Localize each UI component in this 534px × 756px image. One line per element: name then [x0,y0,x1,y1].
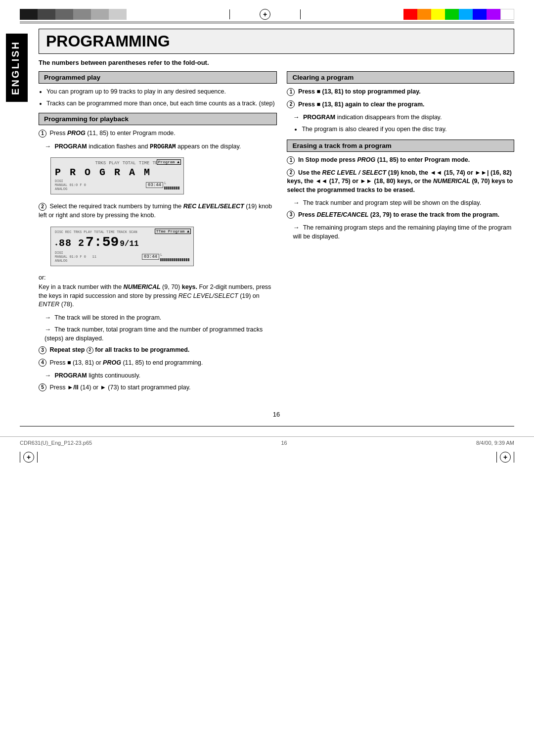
step-2: 2 Select the required track numbers by t… [39,202,277,220]
right-step-1-circle: 1 [287,88,295,96]
sub-section-programming: Programming for playback [39,113,277,125]
erase-step-1-text: In Stop mode press PROG (11, 85) to ente… [298,156,470,163]
color-block [91,9,109,20]
reg-line-left2 [496,452,497,463]
top-rule-1 [20,22,514,22]
erase-step-2-text: Use the REC LEVEL / SELECT (19) knob, th… [287,169,513,193]
top-bars-left [20,9,127,20]
erase-step-2: 2 Use the REC LEVEL / SELECT (19) knob, … [287,169,514,195]
reg-line-left [20,452,20,463]
display-screen-2: TTme Program ▲ DISCRECTRKSPLAYTOTALTIMET… [50,227,194,266]
step-5-circle: 5 [39,383,46,391]
step-4-text: Press ■ (13, 81) or PROG (11, 85) to end… [49,359,203,366]
key-in-step: Key in a track number with the NUMERICAL… [39,283,277,309]
top-bar-container: + [0,9,534,20]
right-step-1-text: Press ■ (13, 81) to stop programmed play… [298,88,421,95]
step-5: 5 Press ►/II (14) or ► (73) to start pro… [39,383,277,392]
arrow-track-display: → The track number, total program time a… [44,325,277,343]
bottom-rule [20,426,514,426]
page-wrapper: ENGLISH PROGRAMMING The numbers between … [0,24,534,423]
step-3-circle: 3 [39,346,46,354]
color-block-cyan [459,9,473,20]
erase-step-1: 1 In Stop mode press PROG (11, 85) to en… [287,156,514,165]
top-center-crosshair: + [127,9,403,20]
left-column: Programmed play You can program up to 99… [39,71,277,396]
key-in-text: Key in a track number with the NUMERICAL… [39,284,271,308]
step-1: 1 Press PROG (11, 85) to enter Program m… [39,129,277,138]
page-title-bar: PROGRAMMING [39,29,514,54]
section-programmed-play: Programmed play [39,71,277,84]
bullet-1: You can program up to 99 tracks to play … [46,88,277,96]
erase-step-3: 3 Press DELETE/CANCEL (23, 79) to erase … [287,211,514,220]
color-block [55,9,73,20]
right-step-2-text: Press ■ (13, 81) again to clear the prog… [298,101,425,108]
erase-step-3-text: Press DELETE/CANCEL (23, 79) to erase th… [298,211,499,218]
erase-step-2-arrow: → The track number and program step will… [293,198,514,208]
right-step-1: 1 Press ■ (13, 81) to stop programmed pl… [287,88,514,96]
clearing-bullet-1: The program is also cleared if you open … [302,125,514,134]
crosshair-icon: + [260,9,270,20]
clearing-bullets: The program is also cleared if you open … [302,125,514,134]
right-column: Clearing a program 1 Press ■ (13, 81) to… [287,71,514,396]
step-1-text: Press PROG (11, 85) to enter Program mod… [49,130,175,137]
bottom-bar-container: + + [0,449,534,468]
display-screen-1: Program ▲ TRKSPLAYTOTALTIMETRACKSCAN P R… [50,157,184,194]
step-2-text: Select the required track numbers by tur… [39,203,272,219]
color-block-white [500,9,514,20]
page-title: PROGRAMMING [46,32,507,50]
language-label: ENGLISH [6,34,28,102]
step-2-circle: 2 [39,203,46,211]
section-clearing: Clearing a program [287,71,514,84]
color-block-purple [487,9,500,20]
color-block [109,9,127,20]
sidebar: ENGLISH [0,29,34,423]
erase-step-3-arrow: → The remaining program steps and the re… [293,223,514,241]
programmed-play-bullets: You can program up to 99 tracks to play … [46,88,277,108]
step-1-circle: 1 [39,130,46,138]
bullet-2: Tracks can be programmed more than once,… [46,99,277,108]
step-4: 4 Press ■ (13, 81) or PROG (11, 85) to e… [39,359,277,368]
color-block-blue [473,9,487,20]
reg-line-right2 [514,452,514,463]
step-4-arrow: → PROGRAM lights continuously. [44,371,277,380]
color-block-yellow [431,9,445,20]
step-5-text: Press ►/II (14) or ► (73) to start progr… [49,384,190,391]
subtitle: The numbers between parentheses refer to… [39,59,514,66]
reg-line-right [37,452,38,463]
footer: CDR631(U)_Eng_P12-23.p65 16 8/4/00, 9:39… [0,436,534,449]
bottom-right-marks: + [496,452,514,463]
step-1-arrow: → PROGRAM indication flashes and PROGRAM… [44,142,277,152]
color-block-orange [417,9,431,20]
erase-step-1-circle: 1 [287,156,295,164]
bottom-left-marks: + [20,452,38,463]
two-column-layout: Programmed play You can program up to 99… [39,71,514,396]
footer-right: 8/4/00, 9:39 AM [476,440,514,446]
step-4-circle: 4 [39,359,46,367]
top-bars-right [403,9,514,20]
color-block [20,9,38,20]
footer-left: CDR631(U)_Eng_P12-23.p65 [20,440,92,446]
arrow-track-stored: → The track will be stored in the progra… [44,313,277,323]
color-block-red [403,9,417,20]
erase-step-3-circle: 3 [287,211,295,219]
display-image-2: TTme Program ▲ DISCRECTRKSPLAYTOTALTIMET… [44,224,277,270]
section-erasing: Erasing a track from a program [287,140,514,152]
display-image-1: Program ▲ TRKSPLAYTOTALTIMETRACKSCAN P R… [44,154,277,198]
color-block [38,9,55,20]
step-3-text: Repeat step 2 for all tracks to be progr… [49,346,189,353]
bottom-crosshair-right: + [500,452,511,463]
color-block-green [445,9,459,20]
right-step-2-circle: 2 [287,100,295,108]
right-step-2-arrow: → PROGRAM indication disappears from the… [293,113,514,122]
page-number: 16 [39,411,514,423]
step-3: 3 Repeat step 2 for all tracks to be pro… [39,346,277,355]
right-step-2: 2 Press ■ (13, 81) again to clear the pr… [287,100,514,109]
footer-center: 16 [281,440,287,446]
color-block [73,9,91,20]
or-label: or: [39,274,277,281]
main-content: PROGRAMMING The numbers between parenthe… [34,29,514,423]
bottom-crosshair-left: + [23,452,34,463]
erase-step-2-circle: 2 [287,169,295,177]
